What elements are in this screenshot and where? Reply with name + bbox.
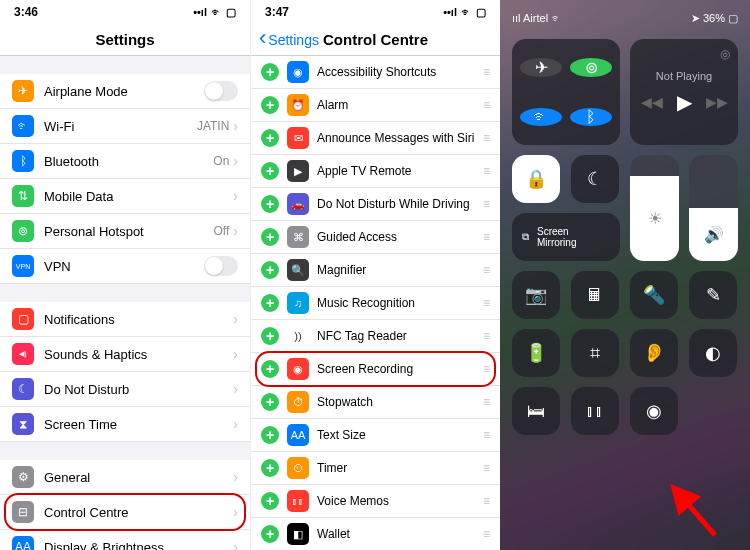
add-button[interactable]: + bbox=[261, 261, 279, 279]
control-row-timer[interactable]: +⏲Timer≡ bbox=[251, 452, 500, 485]
add-button[interactable]: + bbox=[261, 294, 279, 312]
cellular-toggle[interactable]: ⊚ bbox=[570, 58, 612, 77]
orientation-lock-toggle[interactable]: 🔒 bbox=[512, 155, 560, 203]
control-row-guided-access[interactable]: +⌘Guided Access≡ bbox=[251, 221, 500, 254]
add-button[interactable]: + bbox=[261, 327, 279, 345]
wifi-toggle[interactable]: ᯤ bbox=[520, 108, 562, 126]
row-label: Display & Brightness bbox=[44, 540, 233, 551]
add-button[interactable]: + bbox=[261, 459, 279, 477]
toggle-switch[interactable] bbox=[204, 256, 238, 276]
add-button[interactable]: + bbox=[261, 525, 279, 543]
reorder-handle-icon[interactable]: ≡ bbox=[483, 230, 490, 244]
signal-icon: ••ıl bbox=[193, 6, 207, 18]
add-button[interactable]: + bbox=[261, 63, 279, 81]
row-label: Music Recognition bbox=[317, 296, 483, 310]
reorder-handle-icon[interactable]: ≡ bbox=[483, 395, 490, 409]
control-row-stopwatch[interactable]: +⏱Stopwatch≡ bbox=[251, 386, 500, 419]
reorder-handle-icon[interactable]: ≡ bbox=[483, 65, 490, 79]
back-button[interactable]: Settings bbox=[259, 32, 319, 48]
reorder-handle-icon[interactable]: ≡ bbox=[483, 98, 490, 112]
control-row-wallet[interactable]: +◧Wallet≡ bbox=[251, 518, 500, 550]
prev-track-icon[interactable]: ◀◀ bbox=[641, 94, 663, 110]
control-row-magnifier[interactable]: +🔍Magnifier≡ bbox=[251, 254, 500, 287]
volume-slider[interactable]: 🔊 bbox=[689, 155, 738, 261]
settings-row-bluetooth[interactable]: ᛒBluetoothOn bbox=[0, 144, 250, 179]
do-not-disturb-toggle[interactable]: ☾ bbox=[571, 155, 619, 203]
add-button[interactable]: + bbox=[261, 393, 279, 411]
add-button[interactable]: + bbox=[261, 360, 279, 378]
camera-button[interactable]: 📷 bbox=[512, 271, 560, 319]
play-icon[interactable]: ▶ bbox=[677, 90, 692, 114]
add-button[interactable]: + bbox=[261, 492, 279, 510]
wifi-icon: ᯤ bbox=[211, 6, 222, 18]
settings-row-sounds-haptics[interactable]: ◀︎)Sounds & Haptics bbox=[0, 337, 250, 372]
screen-record-button[interactable]: ◉ bbox=[630, 387, 678, 435]
settings-row-control-centre[interactable]: ⊟Control Centre bbox=[0, 495, 250, 530]
control-row-text-size[interactable]: +AAText Size≡ bbox=[251, 419, 500, 452]
reorder-handle-icon[interactable]: ≡ bbox=[483, 164, 490, 178]
reorder-handle-icon[interactable]: ≡ bbox=[483, 197, 490, 211]
settings-row-general[interactable]: ⚙General bbox=[0, 460, 250, 495]
control-row-do-not-disturb-while-driving[interactable]: +🚗Do Not Disturb While Driving≡ bbox=[251, 188, 500, 221]
brightness-slider[interactable]: ☀︎ bbox=[630, 155, 679, 261]
add-button[interactable]: + bbox=[261, 162, 279, 180]
add-button[interactable]: + bbox=[261, 129, 279, 147]
more-controls-list[interactable]: +◉Accessibility Shortcuts≡+⏰Alarm≡+✉︎Ann… bbox=[251, 56, 500, 550]
settings-row-screen-time[interactable]: ⧗Screen Time bbox=[0, 407, 250, 442]
airplane-toggle[interactable]: ✈ bbox=[520, 58, 562, 77]
reorder-handle-icon[interactable]: ≡ bbox=[483, 263, 490, 277]
reorder-handle-icon[interactable]: ≡ bbox=[483, 329, 490, 343]
control-row-announce-messages-with-siri[interactable]: +✉︎Announce Messages with Siri≡ bbox=[251, 122, 500, 155]
media-module[interactable]: ◎ Not Playing ◀◀ ▶ ▶▶ bbox=[630, 39, 738, 145]
add-button[interactable]: + bbox=[261, 228, 279, 246]
control-row-apple-tv-remote[interactable]: +▶Apple TV Remote≡ bbox=[251, 155, 500, 188]
screen-mirroring-button[interactable]: ⧉ Screen Mirroring bbox=[512, 213, 620, 261]
toggle-switch[interactable] bbox=[204, 81, 238, 101]
add-button[interactable]: + bbox=[261, 96, 279, 114]
control-centre-grid: ✈ ⊚ ᯤ ᛒ ◎ Not Playing ◀◀ ▶ ▶▶ 🔒 ☾ ☀︎ � bbox=[512, 39, 738, 435]
music-rec-button[interactable]: ⫾⫾ bbox=[571, 387, 619, 435]
settings-row-wi-fi[interactable]: ᯤWi-FiJATIN bbox=[0, 109, 250, 144]
reorder-handle-icon[interactable]: ≡ bbox=[483, 428, 490, 442]
settings-list[interactable]: ✈Airplane ModeᯤWi-FiJATINᛒBluetoothOn⇅Mo… bbox=[0, 56, 250, 550]
settings-row-do-not-disturb[interactable]: ☾Do Not Disturb bbox=[0, 372, 250, 407]
screen-record-icon: ◉ bbox=[646, 400, 662, 422]
add-button[interactable]: + bbox=[261, 195, 279, 213]
reorder-handle-icon[interactable]: ≡ bbox=[483, 494, 490, 508]
reorder-handle-icon[interactable]: ≡ bbox=[483, 362, 490, 376]
notes-button[interactable]: ✎ bbox=[689, 271, 737, 319]
connectivity-module[interactable]: ✈ ⊚ ᯤ ᛒ bbox=[512, 39, 620, 145]
settings-row-personal-hotspot[interactable]: ⊚Personal HotspotOff bbox=[0, 214, 250, 249]
flashlight-button[interactable]: 🔦 bbox=[630, 271, 678, 319]
status-right: ••ıl ᯤ ▢ bbox=[443, 6, 486, 19]
control-row-alarm[interactable]: +⏰Alarm≡ bbox=[251, 89, 500, 122]
next-track-icon[interactable]: ▶▶ bbox=[706, 94, 728, 110]
control-row-accessibility-shortcuts[interactable]: +◉Accessibility Shortcuts≡ bbox=[251, 56, 500, 89]
wifi-icon: ᯤ bbox=[12, 115, 34, 137]
calculator-icon: 🖩 bbox=[586, 285, 604, 306]
low-power-button[interactable]: 🔋 bbox=[512, 329, 560, 377]
control-row-voice-memos[interactable]: +⫾⫾Voice Memos≡ bbox=[251, 485, 500, 518]
row-label: Mobile Data bbox=[44, 189, 233, 204]
bluetooth-toggle[interactable]: ᛒ bbox=[570, 108, 612, 126]
reorder-handle-icon[interactable]: ≡ bbox=[483, 461, 490, 475]
settings-row-airplane-mode[interactable]: ✈Airplane Mode bbox=[0, 74, 250, 109]
settings-row-display-brightness[interactable]: AADisplay & Brightness bbox=[0, 530, 250, 550]
chevron-right-icon bbox=[233, 504, 238, 520]
calculator-button[interactable]: 🖩 bbox=[571, 271, 619, 319]
qr-button[interactable]: ⌗ bbox=[571, 329, 619, 377]
control-row-music-recognition[interactable]: +♫Music Recognition≡ bbox=[251, 287, 500, 320]
control-row-screen-recording[interactable]: +◉Screen Recording≡ bbox=[251, 353, 500, 386]
settings-row-mobile-data[interactable]: ⇅Mobile Data bbox=[0, 179, 250, 214]
sleep-button[interactable]: 🛏 bbox=[512, 387, 560, 435]
settings-row-notifications[interactable]: ▢Notifications bbox=[0, 302, 250, 337]
airplay-icon[interactable]: ◎ bbox=[720, 47, 730, 61]
reorder-handle-icon[interactable]: ≡ bbox=[483, 527, 490, 541]
control-row-nfc-tag-reader[interactable]: +))NFC Tag Reader≡ bbox=[251, 320, 500, 353]
add-button[interactable]: + bbox=[261, 426, 279, 444]
reorder-handle-icon[interactable]: ≡ bbox=[483, 296, 490, 310]
hearing-button[interactable]: 👂 bbox=[630, 329, 678, 377]
reorder-handle-icon[interactable]: ≡ bbox=[483, 131, 490, 145]
dark-mode-button[interactable]: ◐ bbox=[689, 329, 737, 377]
settings-row-vpn[interactable]: VPNVPN bbox=[0, 249, 250, 284]
